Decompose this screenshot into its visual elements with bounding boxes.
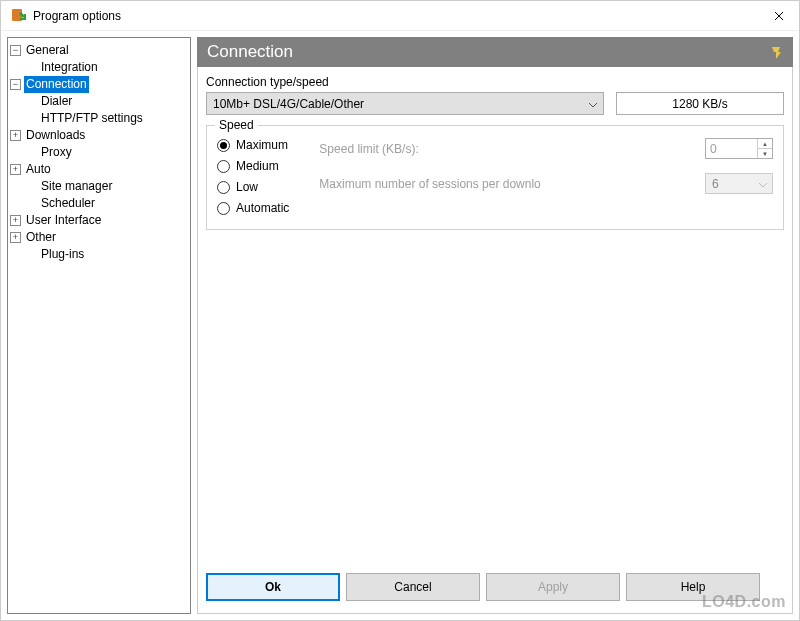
tree-item-label[interactable]: HTTP/FTP settings (39, 110, 145, 127)
options-window: Program options −GeneralIntegration−Conn… (0, 0, 800, 621)
speed-legend: Speed (215, 118, 258, 132)
tree-item-label[interactable]: Other (24, 229, 58, 246)
speed-radio[interactable]: Automatic (217, 201, 289, 215)
tree-item-label[interactable]: User Interface (24, 212, 103, 229)
tree-item-label[interactable]: Plug-ins (39, 246, 86, 263)
tree-item-label[interactable]: Auto (24, 161, 53, 178)
speed-limit-label: Speed limit (KB/s): (319, 142, 695, 156)
expand-icon[interactable]: + (10, 232, 21, 243)
speed-limit-input[interactable]: 0 ▲ ▼ (705, 138, 773, 159)
connection-type-row: Connection type/speed 10Mb+ DSL/4G/Cable… (206, 75, 784, 115)
tree-item[interactable]: Site manager (10, 178, 188, 195)
tree-item[interactable]: +Downloads (10, 127, 188, 144)
tree-item[interactable]: Scheduler (10, 195, 188, 212)
tree-item-label[interactable]: Scheduler (39, 195, 97, 212)
expand-icon[interactable]: + (10, 130, 21, 141)
tree-item[interactable]: Integration (10, 59, 188, 76)
sessions-select: 6 (705, 173, 773, 194)
rate-display: 1280 KB/s (616, 92, 784, 115)
expand-icon[interactable]: + (10, 164, 21, 175)
tree-item-label[interactable]: Connection (24, 76, 89, 93)
connection-type-select[interactable]: 10Mb+ DSL/4G/Cable/Other (206, 92, 604, 115)
chevron-down-icon (589, 97, 597, 111)
tree-item[interactable]: Proxy (10, 144, 188, 161)
window-title: Program options (33, 9, 759, 23)
help-button[interactable]: Help (626, 573, 760, 601)
tree-item[interactable]: +Other (10, 229, 188, 246)
connection-type-group: Connection type/speed 10Mb+ DSL/4G/Cable… (206, 75, 604, 115)
speed-radio[interactable]: Maximum (217, 138, 289, 152)
tree-item[interactable]: Plug-ins (10, 246, 188, 263)
dialog-body: −GeneralIntegration−ConnectionDialerHTTP… (1, 31, 799, 620)
expand-icon[interactable]: + (10, 215, 21, 226)
sessions-value: 6 (712, 177, 719, 191)
tree-item-label[interactable]: Site manager (39, 178, 114, 195)
spin-up-icon[interactable]: ▲ (758, 139, 772, 149)
apply-button: Apply (486, 573, 620, 601)
sessions-label: Maximum number of sessions per downlo (319, 177, 695, 191)
tree-item-label[interactable]: Proxy (39, 144, 74, 161)
speed-radio-group: MaximumMediumLowAutomatic (217, 134, 289, 215)
dialog-buttons: Ok Cancel Apply Help (206, 565, 784, 605)
radio-label: Low (236, 180, 258, 194)
tree-item-label[interactable]: Dialer (39, 93, 74, 110)
connection-type-label: Connection type/speed (206, 75, 604, 89)
radio-label: Maximum (236, 138, 288, 152)
spin-down-icon[interactable]: ▼ (758, 149, 772, 158)
app-icon (11, 8, 27, 24)
nav-tree[interactable]: −GeneralIntegration−ConnectionDialerHTTP… (7, 37, 191, 614)
tree-item[interactable]: +User Interface (10, 212, 188, 229)
main-area: Connection type/speed 10Mb+ DSL/4G/Cable… (197, 67, 793, 614)
collapse-icon[interactable]: − (10, 45, 21, 56)
titlebar: Program options (1, 1, 799, 31)
tree-item[interactable]: −General (10, 42, 188, 59)
radio-label: Automatic (236, 201, 289, 215)
chevron-down-icon (759, 177, 767, 191)
radio-icon (217, 181, 230, 194)
tree-item-label[interactable]: General (24, 42, 71, 59)
close-icon (774, 11, 784, 21)
speed-limit-value: 0 (706, 139, 757, 158)
collapse-icon[interactable]: − (10, 79, 21, 90)
connection-type-value: 10Mb+ DSL/4G/Cable/Other (213, 97, 364, 111)
radio-icon (217, 202, 230, 215)
speed-params: Speed limit (KB/s): 0 ▲ ▼ (319, 134, 773, 215)
content-panel: Connection Connection type/speed 10Mb+ D… (197, 37, 793, 614)
radio-icon (217, 160, 230, 173)
tree-item[interactable]: HTTP/FTP settings (10, 110, 188, 127)
radio-icon (217, 139, 230, 152)
speed-radio[interactable]: Low (217, 180, 289, 194)
cancel-button[interactable]: Cancel (346, 573, 480, 601)
ok-button[interactable]: Ok (206, 573, 340, 601)
tree-item[interactable]: Dialer (10, 93, 188, 110)
tree-item[interactable]: +Auto (10, 161, 188, 178)
radio-label: Medium (236, 159, 279, 173)
rate-value: 1280 KB/s (672, 97, 727, 111)
speed-radio[interactable]: Medium (217, 159, 289, 173)
section-title: Connection (207, 42, 293, 62)
spin-arrows[interactable]: ▲ ▼ (757, 139, 772, 158)
tree-item-label[interactable]: Integration (39, 59, 100, 76)
tree-item-label[interactable]: Downloads (24, 127, 87, 144)
pin-icon[interactable] (769, 45, 783, 59)
tree-item[interactable]: −Connection (10, 76, 188, 93)
speed-group: Speed MaximumMediumLowAutomatic Speed li… (206, 125, 784, 230)
close-button[interactable] (759, 1, 799, 31)
section-header: Connection (197, 37, 793, 67)
